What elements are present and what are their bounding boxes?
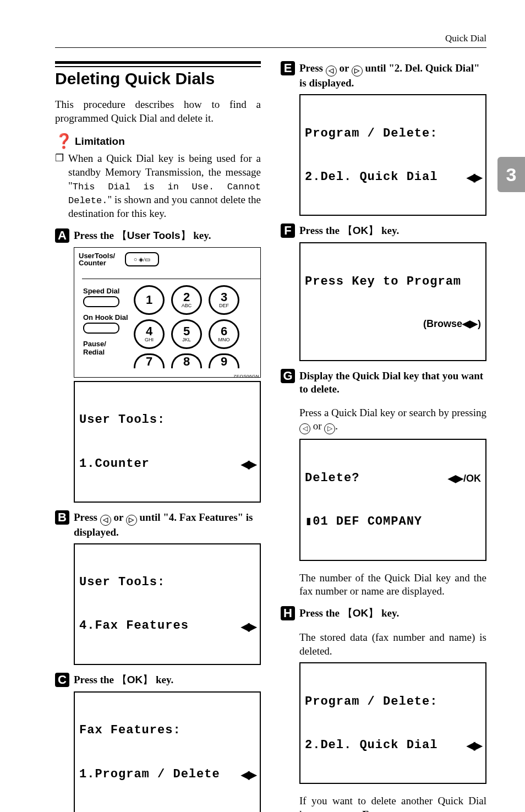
key-5: 5JKL <box>171 319 202 349</box>
right-arrow-icon: ▷ <box>324 423 335 434</box>
lcd-usertools-counter: User Tools: 1.Counter◀▶ <box>74 381 261 503</box>
step-number: F <box>281 224 295 238</box>
step-1: A Press the User Tools key. <box>55 228 261 243</box>
key-6: 6MNO <box>209 319 239 349</box>
step-7: G Display the Quick Dial key that you wa… <box>281 369 486 396</box>
lcd-delete-confirm: Delete?◀▶/OK ▮01 DEF COMPANY <box>299 439 486 560</box>
ok-key: OK <box>117 674 154 685</box>
lcd-del-quick-dial-2: Program / Delete: 2.Del. Quick Dial◀▶ <box>299 662 486 784</box>
section-title: Deleting Quick Dials <box>55 69 261 88</box>
keypad-grid: 1 2ABC 3DEF 4GHI 5JKL 6MNO 7 8 9 <box>134 285 239 368</box>
limitation-item: ❒ When a Quick Dial key is being used fo… <box>55 152 261 220</box>
right-arrow-icon: ▷ <box>352 66 363 77</box>
step-2: B Press ◁ or ▷ until "4. Fax Features" i… <box>55 510 261 539</box>
left-arrow-icon: ◁ <box>326 66 337 77</box>
keypad-illustration: UserTools/Counter ○ ◈/▭ CleaMod Speed Di… <box>74 247 261 378</box>
step-6: F Press the OK key. <box>281 224 486 238</box>
usertools-label: UserTools/Counter <box>79 252 122 267</box>
onhook-label: On Hook Dial <box>83 314 128 321</box>
step-8-note: The stored data (fax number and name) is… <box>299 631 486 658</box>
usertools-button: ○ ◈/▭ <box>125 252 159 266</box>
bullet-icon: ❒ <box>55 152 64 220</box>
ok-key: OK <box>342 225 379 236</box>
key-9: 9 <box>209 353 239 368</box>
step-number: A <box>55 228 69 243</box>
speed-dial-button <box>83 296 119 307</box>
key-1: 1 <box>134 285 165 315</box>
lcd-press-key: Press Key to Program (Browse◀▶) <box>299 242 486 361</box>
user-tools-key: User Tools <box>117 230 191 241</box>
section-rule <box>55 61 261 67</box>
step-3: C Press the OK key. <box>55 673 261 687</box>
lcd-program-delete: Fax Features: 1.Program / Delete◀▶ <box>74 691 261 812</box>
step-7-note: Press a Quick Dial key or search by pres… <box>299 406 486 435</box>
key-8: 8 <box>171 353 202 368</box>
limitation-icon: ❓ <box>55 133 73 150</box>
step-number: G <box>281 369 295 383</box>
key-7: 7 <box>134 353 165 368</box>
right-arrow-icon: ▷ <box>126 515 137 526</box>
step-7-after: The number of the Quick Dial key and the… <box>299 571 486 598</box>
step-8-after: If you want to delete another Quick Dial… <box>299 794 486 812</box>
step-5: E Press ◁ or ▷ until "2. Del. Quick Dial… <box>281 61 486 90</box>
step-number: E <box>281 61 295 75</box>
intro-text: This procedure describes how to find a p… <box>55 98 261 125</box>
step-number: B <box>55 510 69 525</box>
lcd-fax-features: User Tools: 4.Fax Features◀▶ <box>74 543 261 665</box>
header-rule <box>55 47 486 48</box>
key-2: 2ABC <box>171 285 202 315</box>
step-8: H Press the OK key. <box>281 606 486 620</box>
step-number: H <box>281 606 295 620</box>
key-4: 4GHI <box>134 319 165 349</box>
limitation-heading: ❓Limitation <box>55 133 261 150</box>
pause-label: Pause/Redial <box>83 340 128 356</box>
lcd-del-quick-dial: Program / Delete: 2.Del. Quick Dial◀▶ <box>299 94 486 216</box>
illustration-code: ZEQS06GN <box>233 374 259 378</box>
chapter-tab: 3 <box>497 157 525 192</box>
key-3: 3DEF <box>209 285 239 315</box>
left-arrow-icon: ◁ <box>100 515 111 526</box>
ok-key: OK <box>342 607 379 619</box>
running-head: Quick Dial <box>55 33 486 47</box>
step-number: C <box>55 673 69 687</box>
onhook-button <box>83 323 119 334</box>
left-arrow-icon: ◁ <box>299 423 310 434</box>
speed-dial-label: Speed Dial <box>83 287 128 295</box>
